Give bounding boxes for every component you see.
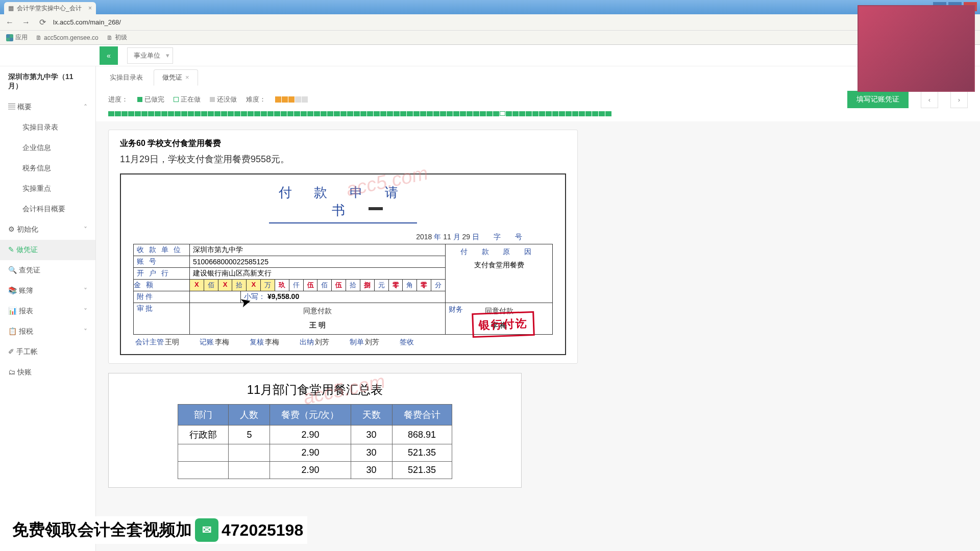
bookmark-item[interactable]: 🗎 acc5com.gensee.co — [36, 34, 99, 41]
chevron-down-icon: ˅ — [84, 226, 87, 234]
sidebar-item-ledger[interactable]: 📚 账簿˅ — [0, 281, 95, 301]
sidebar-title: 深圳市第九中学（11月） — [0, 66, 95, 97]
table-row: 2.9030521.35 — [178, 462, 452, 479]
sidebar-item-points[interactable]: 实操重点 — [0, 179, 95, 199]
sidebar-item-quick[interactable]: 🗂 快账 — [0, 362, 95, 383]
banner-qq: 472025198 — [222, 521, 303, 540]
business-title: 业务60 学校支付食堂用餐费 — [120, 138, 566, 149]
approve-cell: 同意付款王 明 — [190, 303, 446, 335]
url-field[interactable]: lx.acc5.com/main_268/ — [53, 18, 976, 26]
browser-tab[interactable]: ▦ 会计学堂实操中心_会计 × — [4, 2, 96, 14]
label-account: 账 号 — [134, 256, 190, 268]
col-header: 餐费合计 — [392, 405, 452, 425]
legend-done: 已做完 — [137, 95, 164, 104]
address-bar: ← → ⟳ lx.acc5.com/main_268/ — [0, 14, 980, 31]
sidebar-item-check[interactable]: 🔍 查凭证 — [0, 260, 95, 281]
doc-date: 2018 年 11 月 29 日 字 号 — [133, 233, 553, 242]
value-payee: 深圳市第九中学 — [190, 244, 446, 256]
status-bar: 进度： 已做完 正在做 还没做 难度： 填写记账凭证 ‹ › — [96, 86, 980, 111]
back-button[interactable]: ← — [4, 17, 15, 28]
app-header: « 事业单位 张师师老师 (SVIP会员) — [0, 45, 980, 66]
forward-button[interactable]: → — [20, 17, 32, 28]
chevron-down-icon: ˅ — [84, 287, 87, 295]
chevron-up-icon: ˄ — [84, 103, 87, 111]
sidebar-item-company[interactable]: 企业信息 — [0, 138, 95, 158]
summary-title: 11月部门食堂用餐汇总表 — [121, 382, 509, 398]
col-header: 部门 — [178, 405, 229, 425]
tab-title: 会计学堂实操中心_会计 — [17, 4, 82, 13]
difficulty-meter — [275, 96, 308, 103]
summary-card: acc5.com 11月部门食堂用餐汇总表 部门人数餐费（元/次）天数餐费合计 … — [108, 373, 522, 488]
sidebar-item-init[interactable]: ⚙ 初始化˅ — [0, 219, 95, 240]
webcam-overlay — [857, 5, 975, 92]
progress-grid[interactable] — [96, 111, 980, 121]
banner-text: 免费领取会计全套视频加 — [12, 519, 192, 541]
col-header: 餐费（元/次） — [270, 405, 351, 425]
bookmark-bar: 应用 🗎 acc5com.gensee.co 🗎 初级 — [0, 31, 980, 45]
col-header: 天数 — [351, 405, 392, 425]
col-header: 人数 — [229, 405, 270, 425]
tab-catalog[interactable]: 实操目录表 — [101, 69, 152, 86]
business-card: 业务60 学校支付食堂用餐费 11月29日，学校支付食堂用餐费9558元。 ac… — [108, 130, 578, 364]
amount-num: 小写： ¥9,558.00 — [241, 291, 446, 303]
legend-none: 还没做 — [210, 95, 237, 104]
label-payee: 收 款 单 位 — [134, 244, 190, 256]
sidebar: 深圳市第九中学（11月） ▤ 概要˄ 实操目录表 企业信息 税务信息 实操重点 … — [0, 66, 96, 551]
content-tabs: 实操目录表 做凭证× — [96, 66, 980, 86]
bookmark-item[interactable]: 🗎 初级 — [107, 33, 127, 42]
sidebar-item-overview[interactable]: ▤ 概要˄ — [0, 97, 95, 117]
apps-icon — [6, 34, 13, 41]
progress-label: 进度： — [108, 95, 128, 104]
reason-cell: 付 款 原 因支付食堂用餐费 — [446, 244, 553, 303]
sidebar-item-voucher[interactable]: ✎ 做凭证 — [0, 240, 95, 260]
next-button[interactable]: › — [950, 91, 968, 108]
sidebar-item-taxfile[interactable]: 📋 报税˅ — [0, 321, 95, 342]
table-row: 行政部52.9030868.91 — [178, 425, 452, 444]
business-desc: 11月29日，学校支付食堂用餐费9558元。 — [120, 153, 566, 165]
legend-doing: 正在做 — [174, 95, 201, 104]
doc-title: 付 款 申 请 书 — [269, 184, 417, 223]
tab-voucher[interactable]: 做凭证× — [154, 69, 198, 86]
payment-request-document: acc5.com 付 款 申 请 书 2018 年 11 月 29 日 字 号 … — [120, 173, 566, 355]
apps-shortcut[interactable]: 应用 — [6, 33, 28, 42]
org-type-dropdown[interactable]: 事业单位 — [127, 47, 173, 64]
label-approve: 审批 — [134, 303, 190, 335]
bank-paid-stamp: 银行付讫 — [472, 311, 535, 338]
prev-button[interactable]: ‹ — [921, 91, 938, 108]
chevron-down-icon: ˅ — [84, 328, 87, 336]
summary-table: 部门人数餐费（元/次）天数餐费合计 行政部52.9030868.912.9030… — [178, 404, 452, 479]
difficulty-label: 难度： — [246, 95, 266, 104]
amount-cn: X佰X拾X万玖仟伍佰伍拾捌元零角零分 — [190, 280, 446, 291]
sidebar-item-tax-info[interactable]: 税务信息 — [0, 158, 95, 179]
sidebar-item-subjects[interactable]: 会计科目概要 — [0, 199, 95, 219]
chevron-down-icon: ˅ — [84, 307, 87, 315]
label-amount: 金 额 — [134, 280, 190, 291]
close-tab-icon[interactable]: × — [185, 73, 189, 81]
wechat-icon: ✉ — [195, 518, 218, 542]
title-accent — [369, 207, 383, 210]
fill-voucher-button[interactable]: 填写记账凭证 — [847, 91, 909, 108]
sidebar-item-report[interactable]: 📊 报表˅ — [0, 301, 95, 321]
sidebar-item-catalog[interactable]: 实操目录表 — [0, 117, 95, 138]
label-attach: 附件 — [134, 291, 190, 303]
value-account: 5100668000022585125 — [190, 256, 446, 268]
sidebar-toggle-button[interactable]: « — [100, 46, 118, 65]
main-panel: 实操目录表 做凭证× 进度： 已做完 正在做 还没做 难度： 填写记账凭证 ‹ … — [96, 66, 980, 551]
reload-button[interactable]: ⟳ — [37, 17, 48, 28]
promo-banner: 免费领取会计全套视频加 ✉ 472025198 — [8, 516, 307, 544]
content-area: 业务60 学校支付食堂用餐费 11月29日，学校支付食堂用餐费9558元。 ac… — [96, 121, 980, 496]
close-tab-icon[interactable]: × — [88, 5, 92, 12]
browser-tab-strip: ▦ 会计学堂实操中心_会计 × — [0, 0, 980, 14]
value-bank: 建设银行南山区高新支行 — [190, 268, 446, 280]
table-row: 2.9030521.35 — [178, 444, 452, 462]
sidebar-item-manual[interactable]: ✐ 手工帐 — [0, 342, 95, 362]
page-icon: ▦ — [8, 5, 14, 12]
label-bank: 开 户 行 — [134, 268, 190, 280]
